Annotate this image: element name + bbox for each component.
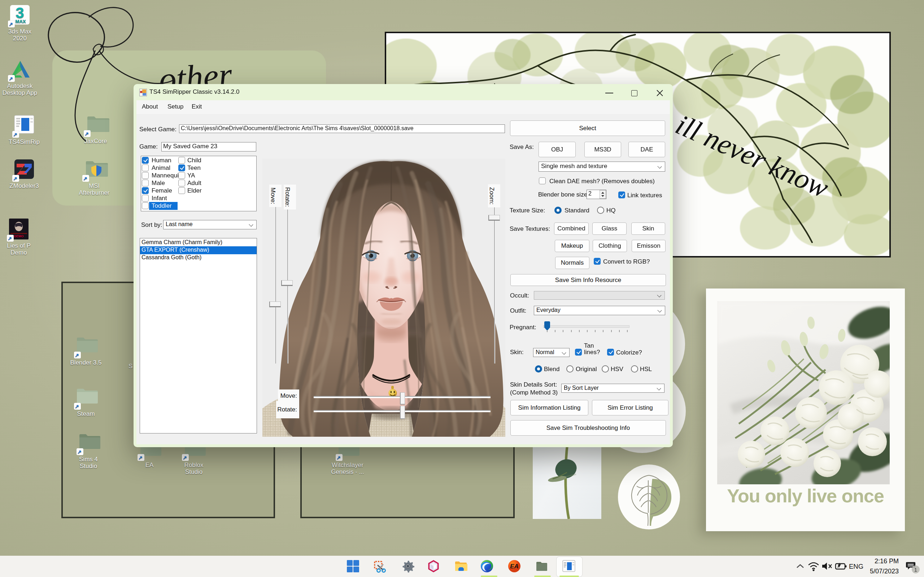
svg-text:DEMO: DEMO	[14, 234, 24, 238]
svg-text:EA: EA	[510, 563, 519, 570]
svg-text:MAX: MAX	[16, 19, 26, 24]
